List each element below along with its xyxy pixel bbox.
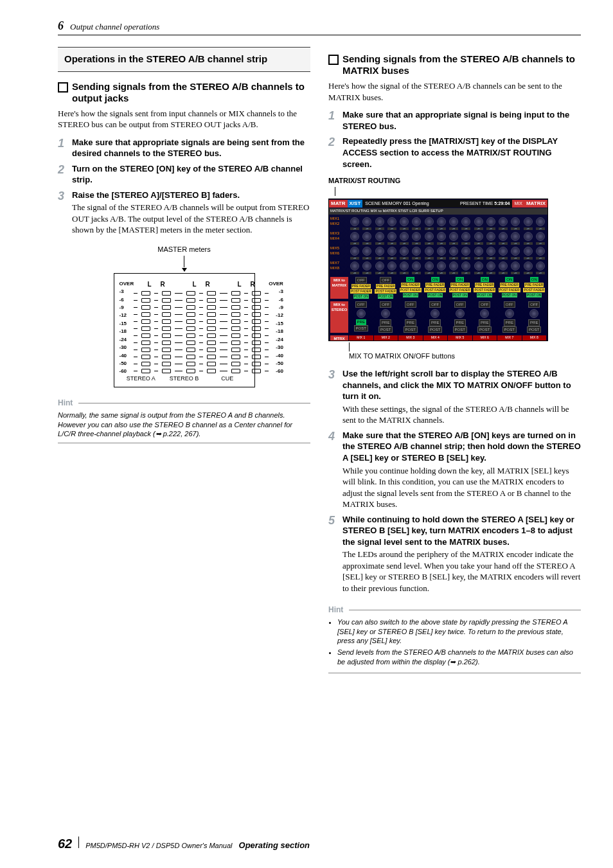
stereo-off-chip: OFF: [528, 301, 540, 308]
meter-scale-label: -12: [120, 312, 134, 319]
step-title: Turn on the STEREO [ON] key of the STERE…: [72, 163, 310, 186]
meter-segment-icon: [231, 291, 240, 296]
step: 5 While continuing to hold down the STER…: [328, 514, 581, 594]
knob-readout: -∞: [511, 272, 520, 274]
post-fader-chip: POST FADER: [350, 289, 372, 294]
knob-readout: -∞: [524, 242, 533, 245]
knob-readout: -∞: [425, 242, 434, 245]
meter-segment-icon: [231, 333, 240, 338]
knob-icon: [449, 217, 458, 226]
pre-fader-chip: PRE FADER: [425, 283, 445, 287]
knob-readout: -∞: [499, 242, 508, 245]
knob-readout: -∞: [437, 272, 446, 274]
knob-readout: -∞: [350, 227, 359, 230]
step-number: 5: [328, 514, 342, 594]
mix-channel-label: MIX 3: [398, 335, 423, 341]
knob-icon: [362, 217, 371, 226]
step-number: 2: [58, 163, 72, 186]
step-body: The LEDs around the periphery of the MAT…: [342, 549, 581, 594]
knob-icon: [449, 247, 458, 256]
knob-icon: [456, 309, 465, 318]
meter-segment-icon: [231, 362, 240, 366]
meter-segment-icon: [207, 341, 216, 345]
knob-readout: -∞: [486, 257, 495, 260]
meter-segment-icon: [252, 341, 261, 345]
knob-icon: [449, 261, 458, 270]
knob-icon: [499, 232, 508, 241]
knob-icon: [437, 261, 446, 270]
meter-scale-label: -60: [120, 368, 134, 375]
hint-item: You can also switch to the above state b…: [337, 617, 581, 646]
shot-subcaption: MIX TO MATRIX ON/OFF buttons: [349, 352, 581, 360]
knob-icon: [400, 247, 409, 256]
meter-scale-label: -3: [120, 288, 134, 295]
knob-readout: -∞: [486, 227, 495, 230]
post-fader-chip: POST FADER: [400, 288, 422, 292]
knob-icon: [400, 261, 409, 270]
meter-segment-icon: [162, 319, 171, 324]
meter-col-head: R: [206, 280, 210, 289]
meter-segment-icon: [186, 312, 195, 317]
knob-readout: -∞: [412, 272, 421, 274]
meter-scale-label: -30: [120, 344, 134, 351]
hint-body-right: You can also switch to the above state b…: [328, 617, 581, 673]
step: 2 Repeatedly press the [MATRIX/ST] key o…: [328, 136, 581, 170]
pre-chip: PRE: [454, 319, 466, 326]
knob-readout: -∞: [437, 227, 446, 230]
knob-readout: -∞: [449, 257, 458, 260]
meter-segment-icon: [186, 333, 195, 338]
knob-icon: [412, 261, 421, 270]
meter-segment-icon: [252, 369, 261, 373]
knob-icon: [425, 247, 434, 256]
step-number: 1: [328, 109, 342, 132]
meter-scale-label: OVER: [269, 280, 283, 287]
knob-icon: [375, 247, 384, 256]
matrix-onoff-chip: OFF: [380, 277, 391, 283]
meter-segment-icon: [207, 319, 216, 324]
knob-icon: [412, 232, 421, 241]
pre-chip: PRE: [504, 319, 515, 326]
knob-icon: [357, 309, 366, 318]
knob-readout: -∞: [362, 242, 371, 245]
post-chip: POST: [477, 326, 492, 333]
post-chip: POST: [502, 326, 517, 333]
meter-scale-label: -9: [120, 304, 134, 311]
knob-icon: [387, 232, 396, 241]
knob-readout: -∞: [524, 227, 533, 230]
meter-segment-icon: [141, 298, 150, 303]
pre-chip: PRE: [528, 319, 540, 326]
knob-icon: [486, 232, 495, 241]
step-number: 1: [58, 137, 72, 159]
knob-readout: -∞: [449, 242, 458, 245]
chapter-number: 6: [58, 18, 64, 33]
knob-icon: [486, 261, 495, 270]
mix-channel-label: MIX 7: [497, 335, 522, 341]
knob-icon: [350, 232, 359, 241]
figure-caption-meters: MASTER meters: [58, 245, 310, 254]
knob-readout: -∞: [425, 227, 434, 230]
meter-segment-icon: [162, 348, 171, 352]
matrix-onoff-chip: OFF: [355, 277, 367, 283]
meter-scale-label: -15: [269, 320, 283, 327]
shot-row-label: MIX1MIX2: [330, 216, 348, 230]
knob-icon: [524, 261, 533, 270]
knob-icon: [375, 217, 384, 226]
mix-channel-label: MIX 2: [374, 335, 398, 341]
meter-segment-icon: [252, 362, 261, 366]
meter-segment-icon: [186, 298, 195, 303]
knob-icon: [499, 261, 508, 270]
meter-segment-icon: [231, 369, 240, 373]
shot-tabs: MATRIX/ST ROUTING MIX to MATRIX STiST LC…: [329, 208, 547, 215]
meter-segment-icon: [207, 298, 216, 303]
knob-icon: [387, 217, 396, 226]
shot-side-mix-matrix: MIX to MATRIX: [330, 277, 348, 299]
divider-icon: [78, 837, 79, 848]
knob-readout: -∞: [499, 257, 508, 260]
stereo-off-chip: OFF: [479, 301, 490, 308]
section-title-right: Sending signals from the STEREO A/B chan…: [342, 53, 581, 76]
matrix-onoff-chip: ON: [481, 277, 489, 282]
post-fader-chip: POST FADER: [474, 288, 495, 292]
left-intro: Here's how the signals sent from input c…: [58, 108, 310, 130]
knob-readout: -∞: [524, 257, 533, 260]
pre-fader-chip: PRE FADER: [450, 283, 470, 287]
